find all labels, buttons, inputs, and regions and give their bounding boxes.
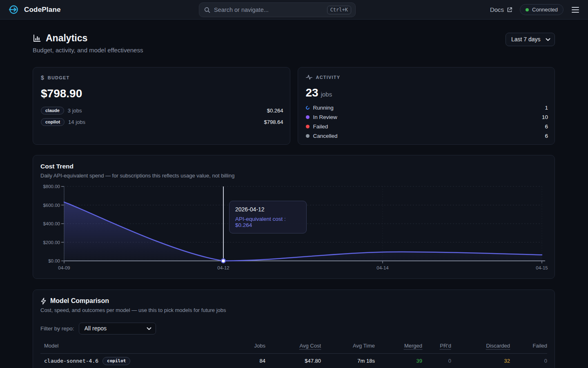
cell-discarded: 32: [451, 358, 510, 364]
repo-filter-select[interactable]: All repos: [79, 323, 156, 334]
col-avg-time: Avg Time: [321, 343, 375, 349]
top-navbar: CodePlane Ctrl+K Docs Connected: [0, 0, 588, 20]
budget-row-claude: claude 3 jobs $0.264: [41, 107, 283, 114]
failed-dot-icon: [306, 125, 310, 128]
dollar-icon: $: [41, 74, 44, 81]
activity-total: 23: [306, 86, 318, 99]
svg-text:$600.00: $600.00: [43, 203, 60, 208]
menu-icon[interactable]: [571, 5, 580, 14]
cell-avg-time: 7m 18s: [321, 358, 375, 364]
status-count: 6: [545, 133, 548, 139]
status-row-cancelled: Cancelled 6: [306, 133, 548, 139]
bolt-icon: [40, 298, 47, 305]
cost-trend-card: Cost Trend Daily API-equivalent spend — …: [33, 155, 555, 279]
model-comparison-subtitle: Cost, speed, and outcomes per model — us…: [40, 307, 547, 313]
svg-text:04-12: 04-12: [217, 265, 229, 270]
status-row-running: Running 1: [306, 105, 548, 111]
svg-text:$800.00: $800.00: [43, 184, 60, 189]
col-jobs: Jobs: [229, 343, 265, 349]
budget-row-copilot: copilot 14 jobs $798.64: [41, 118, 283, 126]
svg-text:$200.00: $200.00: [43, 240, 60, 245]
model-comparison-table: Model Jobs Avg Cost Avg Time Merged PR'd…: [40, 340, 547, 368]
docs-link[interactable]: Docs: [490, 6, 512, 13]
status-count: 6: [545, 123, 548, 130]
col-model: Model: [40, 343, 229, 349]
status-count: 10: [542, 114, 548, 120]
activity-card-label: ACTIVITY: [316, 75, 341, 80]
cost-trend-chart-area[interactable]: $800.00$600.00$400.00$200.00$0.0004-0904…: [40, 184, 547, 273]
budget-card-label: BUDGET: [48, 75, 70, 80]
jobs-count: 14 jobs: [68, 119, 85, 125]
repo-filter-label: Filter by repo:: [40, 325, 74, 332]
global-search[interactable]: Ctrl+K: [199, 2, 356, 17]
table-header-row: Model Jobs Avg Cost Avg Time Merged PR'd…: [40, 340, 547, 354]
cost-trend-title: Cost Trend: [40, 163, 547, 170]
jobs-count: 3 jobs: [68, 108, 82, 114]
date-range-select-wrap: Last 7 days: [506, 33, 555, 46]
col-discarded: Discarded: [451, 343, 510, 349]
page-subtitle: Budget, activity, and model effectivenes…: [33, 47, 143, 54]
col-avg-cost: Avg Cost: [265, 343, 321, 349]
svg-text:04-14: 04-14: [376, 265, 389, 270]
cell-merged: 39: [375, 358, 422, 364]
amount: $798.64: [264, 119, 283, 125]
svg-text:04-09: 04-09: [58, 265, 70, 270]
search-icon: [204, 7, 210, 13]
page-title: Analytics: [46, 33, 87, 44]
date-range-select[interactable]: Last 7 days: [506, 33, 555, 46]
running-spinner-icon: [305, 105, 310, 110]
search-shortcut-kbd: Ctrl+K: [327, 6, 351, 14]
provider-badge: copilot: [41, 118, 65, 126]
cost-trend-chart: $800.00$600.00$400.00$200.00$0.0004-0904…: [40, 184, 548, 273]
model-comparison-title: Model Comparison: [50, 297, 109, 305]
svg-text:$400.00: $400.00: [43, 221, 60, 226]
model-name: claude-sonnet-4.6: [44, 358, 98, 364]
connected-dot-icon: [526, 8, 529, 11]
analytics-chart-icon: [33, 34, 41, 43]
provider-badge: claude: [41, 107, 64, 114]
status-label: Cancelled: [313, 133, 338, 139]
col-prd: PR'd: [422, 343, 451, 349]
cost-trend-subtitle: Daily API-equivalent spend — for subscri…: [40, 173, 547, 179]
search-input[interactable]: [214, 7, 323, 13]
codeplane-logo-icon: [8, 4, 19, 15]
budget-card: $ BUDGET $798.90 claude 3 jobs $0.264 co…: [33, 67, 290, 145]
status-label: Running: [313, 105, 334, 111]
amount: $0.264: [267, 108, 283, 114]
status-count: 1: [545, 105, 548, 111]
cell-prd: 0: [422, 358, 451, 364]
cancelled-dot-icon: [306, 134, 310, 138]
activity-pulse-icon: [306, 74, 312, 80]
activity-unit: jobs: [321, 91, 332, 98]
activity-card: ACTIVITY 23jobs Running 1 In Review 10: [298, 67, 555, 145]
brand-name: CodePlane: [24, 6, 61, 14]
in-review-dot-icon: [306, 115, 310, 119]
status-row-failed: Failed 6: [306, 123, 548, 130]
status-label: Failed: [313, 123, 328, 130]
table-row[interactable]: claude-sonnet-4.6 copilot 84 $47.80 7m 1…: [40, 354, 547, 368]
col-failed: Failed: [510, 343, 547, 349]
provider-badge: copilot: [102, 357, 130, 365]
connection-status-label: Connected: [532, 7, 558, 13]
model-comparison-card: Model Comparison Cost, speed, and outcom…: [33, 289, 555, 368]
budget-total: $798.90: [41, 87, 283, 100]
connection-status-badge: Connected: [520, 4, 564, 15]
status-row-in-review: In Review 10: [306, 114, 548, 120]
svg-text:$0.00: $0.00: [48, 258, 60, 263]
status-label: In Review: [313, 114, 337, 120]
svg-text:04-15: 04-15: [536, 265, 548, 270]
cell-jobs: 84: [229, 358, 265, 364]
docs-link-label: Docs: [490, 6, 504, 13]
cell-avg-cost: $47.80: [265, 358, 321, 364]
cell-failed: 0: [510, 358, 547, 364]
col-merged: Merged: [375, 343, 422, 349]
repo-filter-wrap: All repos: [79, 323, 156, 334]
external-link-icon: [507, 7, 512, 13]
